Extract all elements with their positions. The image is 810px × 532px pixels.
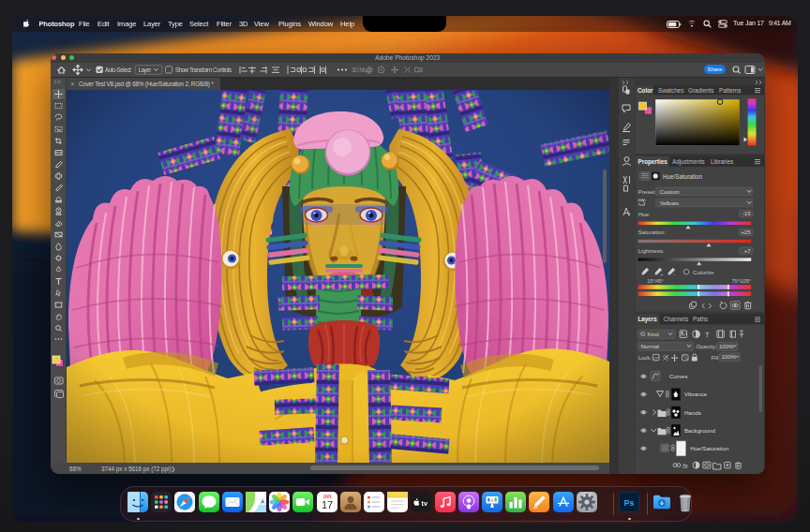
svg-text:Properties: Properties [638,157,668,165]
svg-text:15°/45°: 15°/45° [647,278,664,284]
svg-text:75°\105°: 75°\105° [732,278,751,284]
svg-text:Vibrance: Vibrance [684,391,708,397]
svg-text:100%: 100% [722,354,737,360]
svg-text:Opacity:: Opacity: [697,343,717,348]
svg-text:tv: tv [422,499,428,508]
svg-text:Curves: Curves [669,373,688,379]
svg-text:T: T [705,331,710,339]
svg-text:Swatches: Swatches [658,86,683,93]
svg-text:Colorize: Colorize [693,268,714,274]
svg-text:-15: -15 [742,211,751,216]
svg-text:+: + [661,272,664,276]
svg-text:Adjustments: Adjustments [672,157,705,165]
svg-text:Hue/Saturation: Hue/Saturation [663,172,703,179]
svg-text:Patterns: Patterns [719,86,741,93]
svg-text:Lightness:: Lightness: [638,246,665,253]
svg-text:17: 17 [321,499,332,510]
svg-text:100%: 100% [719,343,734,348]
svg-text:Ps: Ps [623,498,634,508]
svg-text:Hands: Hands [684,408,701,415]
svg-text:Paths: Paths [693,316,708,322]
svg-text:+25: +25 [741,229,751,235]
svg-text:Yellows: Yellows [660,199,679,205]
svg-text:Saturation:: Saturation: [638,229,667,235]
svg-text:Background: Background [684,426,716,433]
svg-text:Fill:: Fill: [711,354,720,360]
svg-text:+7: +7 [744,247,752,253]
svg-text:Lock:: Lock: [638,354,652,360]
svg-text:Libraries: Libraries [711,157,733,164]
svg-text:fx: fx [682,462,688,468]
svg-text:Custom: Custom [660,187,680,194]
svg-text:Preset:: Preset: [638,188,657,195]
svg-text:Kind: Kind [648,332,659,337]
svg-text:Gradients: Gradients [688,86,713,93]
svg-text:Color: Color [638,86,653,93]
svg-text:Layers: Layers [638,316,658,323]
svg-text:Hue:: Hue: [638,210,651,216]
svg-text:Channels: Channels [664,316,689,322]
svg-text:Normal: Normal [641,343,659,348]
svg-text:Hue/Saturation: Hue/Saturation [690,445,729,451]
